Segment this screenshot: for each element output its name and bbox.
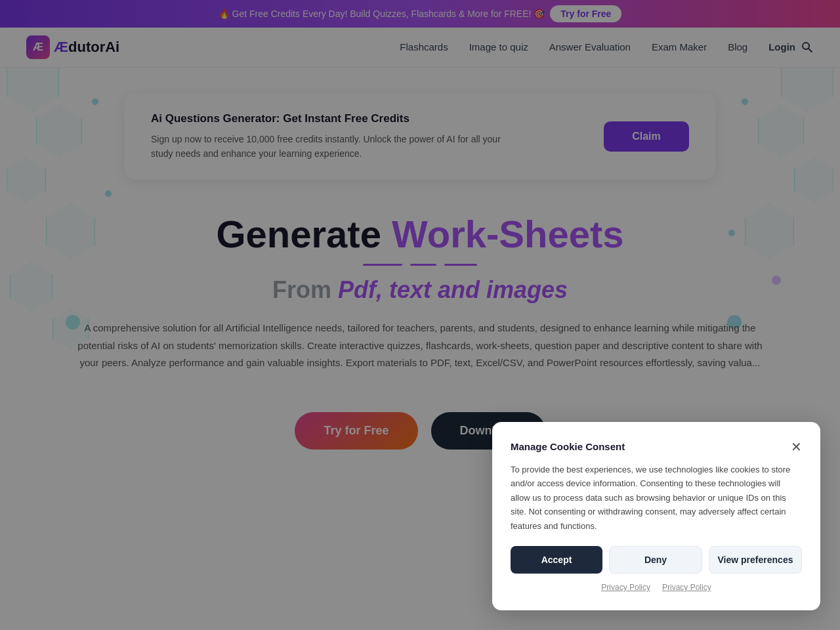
cookie-body: To provide the best experiences, we use … bbox=[511, 463, 802, 533]
cookie-modal: Manage Cookie Consent ✕ To provide the b… bbox=[492, 422, 820, 610]
cookie-close-button[interactable]: ✕ bbox=[791, 440, 802, 453]
cookie-actions: Accept Deny View preferences bbox=[511, 546, 802, 574]
cookie-links: Privacy Policy Privacy Policy bbox=[511, 583, 802, 592]
cookie-privacy-link-1[interactable]: Privacy Policy bbox=[601, 583, 650, 592]
cookie-accept-button[interactable]: Accept bbox=[511, 546, 602, 574]
cookie-header: Manage Cookie Consent ✕ bbox=[511, 440, 802, 453]
cookie-view-preferences-button[interactable]: View preferences bbox=[709, 546, 802, 574]
cookie-privacy-link-2[interactable]: Privacy Policy bbox=[662, 583, 711, 592]
cookie-title: Manage Cookie Consent bbox=[511, 441, 625, 452]
cookie-deny-button[interactable]: Deny bbox=[609, 546, 702, 574]
